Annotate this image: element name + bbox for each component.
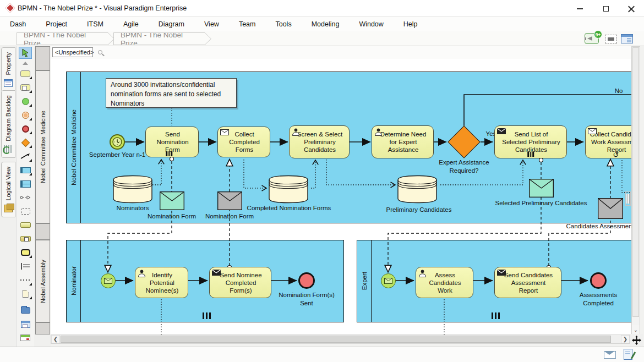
notifications-button[interactable]: 9+ xyxy=(585,33,599,44)
text-annotation[interactable]: Around 3000 invitations/confidential nom… xyxy=(106,78,237,108)
horizontal-scroll-thumb[interactable] xyxy=(61,336,611,343)
clock-icon xyxy=(112,136,123,147)
horn-icon xyxy=(587,36,592,41)
scroll-up-icon xyxy=(23,62,28,65)
sequence-flow-tool[interactable] xyxy=(18,150,32,162)
multi-instance-marker xyxy=(527,152,534,157)
cursor-icon xyxy=(21,48,30,57)
task-label: Collect Completed Forms xyxy=(229,130,260,153)
model-tool[interactable] xyxy=(18,304,32,316)
task-assess-candidates-work[interactable]: Assess Candidates Work xyxy=(416,267,473,298)
minimize-icon xyxy=(577,8,583,9)
task-screen-select-preliminary-candidates[interactable]: Screen & Select Preliminary Candidates xyxy=(289,125,350,158)
conversation-link-tool[interactable] xyxy=(18,191,32,204)
message-candidates-assessment-report[interactable] xyxy=(598,198,623,221)
menu-help[interactable]: Help xyxy=(403,18,418,30)
envelope-icon xyxy=(104,278,112,284)
intermediate-event-tool[interactable] xyxy=(18,109,32,121)
start-event-tool[interactable] xyxy=(18,95,32,107)
task-identify-potential-nominees[interactable]: Identify Potential Nominee(s) xyxy=(135,267,188,298)
message-start-event-nominator[interactable] xyxy=(101,273,116,288)
panel-layout-button[interactable] xyxy=(621,34,633,43)
call-activity-tool[interactable] xyxy=(18,246,32,259)
menu-diagram[interactable]: Diagram xyxy=(159,18,184,30)
data-object-tool[interactable] xyxy=(18,288,32,300)
menu-tools[interactable]: Tools xyxy=(275,18,291,30)
sub-process-tool[interactable] xyxy=(18,81,32,94)
task-determine-need-expert-assistance[interactable]: Determine Need for Expert Assistance xyxy=(372,125,434,158)
menu-project[interactable]: Project xyxy=(46,18,67,30)
fit-selection-button[interactable] xyxy=(605,35,617,43)
close-button[interactable] xyxy=(623,4,640,13)
task-send-nominee-completed-forms[interactable]: Send Nominee Completed Form(s) xyxy=(209,267,271,298)
vertical-scrollbar[interactable]: ⌄ xyxy=(631,46,640,334)
datastore-completed-nomination-forms[interactable] xyxy=(269,175,308,206)
message-pane-icon[interactable] xyxy=(604,351,616,359)
splitter-grip[interactable] xyxy=(625,191,631,206)
scroll-down-arrow[interactable]: ⌄ xyxy=(632,325,640,334)
task-collect-completed-forms[interactable]: Collect Completed Forms xyxy=(217,127,270,157)
loop-marker: ↺ xyxy=(613,151,619,158)
group-tool[interactable] xyxy=(18,205,32,217)
diagram-overview-tool[interactable] xyxy=(18,318,32,330)
canvas-content[interactable]: Nobel Committee Medicine Nominator Exper… xyxy=(51,59,631,334)
lane-tool[interactable] xyxy=(18,178,32,190)
palette-scroll-up[interactable] xyxy=(18,61,32,66)
event-label: September Year n-1 xyxy=(79,151,156,159)
maximize-button[interactable] xyxy=(598,4,614,13)
frozen-header-nobel-assembly[interactable]: Nobel Assembly xyxy=(35,240,50,322)
task-send-candidates-assessment-report[interactable]: Send Candidates Assessment Report xyxy=(494,267,561,298)
envelope-icon xyxy=(598,198,623,219)
datastore-preliminary-candidates[interactable] xyxy=(397,175,437,206)
pool-tool[interactable] xyxy=(18,164,32,176)
task-label: Send Candidates Assessment Report xyxy=(504,271,553,294)
dock-tab-diagram-backlog[interactable]: Diagram Backlog xyxy=(1,90,15,158)
end-event-assessments-completed[interactable] xyxy=(590,272,607,289)
collapsed-pool-tool[interactable] xyxy=(18,233,32,245)
menu-itsm[interactable]: ITSM xyxy=(87,18,103,30)
menu-window[interactable]: Window xyxy=(359,18,383,30)
end-event-nomination-forms-sent[interactable] xyxy=(298,272,315,289)
breadcrumb-item-2[interactable]: BPMN - The Nobel Prize xyxy=(113,32,211,45)
task-send-list-selected-preliminary-candidates[interactable]: Send List of Selected Preliminary Candid… xyxy=(494,125,567,158)
event-label: Assessments Completed xyxy=(560,291,631,308)
dock-tab-label: Diagram Backlog xyxy=(5,95,12,141)
multi-instance-marker xyxy=(166,151,172,333)
data-store-tool[interactable] xyxy=(18,219,32,231)
datastore-nominators[interactable] xyxy=(113,175,152,206)
message-start-event-expert[interactable] xyxy=(381,273,396,288)
message-selected-preliminary-candidates[interactable] xyxy=(529,179,554,200)
menu-team[interactable]: Team xyxy=(239,18,256,30)
vertical-scroll-thumb[interactable] xyxy=(632,47,639,317)
modified-document-icon[interactable] xyxy=(624,349,632,360)
flow-label-no: No xyxy=(609,87,628,95)
frozen-header-nobel-committee[interactable]: Nobel Committee Medicine xyxy=(35,70,50,223)
dock-tab-logical-view[interactable]: Logical View xyxy=(1,162,15,217)
timer-start-event[interactable] xyxy=(110,134,125,150)
minimize-button[interactable] xyxy=(571,4,588,13)
gateway-tool[interactable] xyxy=(18,136,32,149)
association-tool[interactable] xyxy=(18,274,32,286)
menu-view[interactable]: View xyxy=(204,18,219,30)
dock-tab-property[interactable]: Property xyxy=(1,47,15,92)
legend-tool[interactable] xyxy=(18,332,32,344)
task-collect-candidates-work-assessment-report[interactable]: Collect Candidates Work Assessment Repor… xyxy=(585,125,631,158)
message-nomination-form-mint[interactable] xyxy=(160,191,184,212)
pan-tool-button[interactable] xyxy=(630,334,643,346)
scroll-left-arrow[interactable]: ❮ xyxy=(51,335,60,343)
message-nomination-form-gray[interactable] xyxy=(217,191,242,212)
menu-modeling[interactable]: Modeling xyxy=(312,18,340,30)
scroll-right-arrow[interactable]: ❯ xyxy=(621,335,630,343)
task-label: Screen & Select Preliminary Candidates xyxy=(297,130,342,153)
search-icon[interactable] xyxy=(98,50,102,54)
task-tool[interactable] xyxy=(18,68,32,80)
text-annotation-tool[interactable] xyxy=(18,260,32,272)
menu-dash[interactable]: Dash xyxy=(10,18,26,30)
end-event-tool[interactable] xyxy=(18,123,32,135)
cursor-tool[interactable] xyxy=(19,47,32,59)
breadcrumb-item-1[interactable]: BPMN - The Nobel Prize xyxy=(17,32,114,45)
zoom-combo[interactable]: <Unspecified> xyxy=(52,47,93,57)
sub-process-icon xyxy=(20,84,30,91)
menu-agile[interactable]: Agile xyxy=(123,18,139,30)
horizontal-scrollbar[interactable]: ❮ ❯ xyxy=(51,334,630,344)
